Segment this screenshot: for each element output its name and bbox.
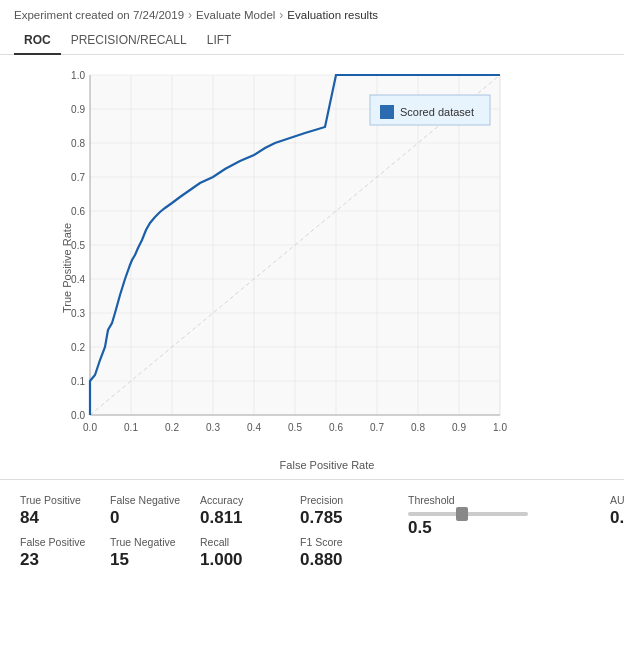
false-positive-value: 23 xyxy=(20,550,39,570)
svg-text:0.7: 0.7 xyxy=(71,172,85,183)
svg-text:0.1: 0.1 xyxy=(124,422,138,433)
metric-true-negative: True Negative 15 xyxy=(110,534,200,576)
recall-value: 1.000 xyxy=(200,550,243,570)
tab-roc[interactable]: ROC xyxy=(14,28,61,55)
svg-text:1.0: 1.0 xyxy=(493,422,507,433)
auc-value: 0.714 xyxy=(610,508,624,528)
threshold-value: 0.5 xyxy=(408,518,432,538)
svg-text:0.4: 0.4 xyxy=(71,274,85,285)
svg-text:0.0: 0.0 xyxy=(83,422,97,433)
svg-text:0.9: 0.9 xyxy=(452,422,466,433)
metric-recall: Recall 1.000 xyxy=(200,534,300,576)
metric-false-negative: False Negative 0 xyxy=(110,492,200,534)
recall-label: Recall xyxy=(200,536,229,548)
threshold-slider[interactable] xyxy=(408,512,528,516)
breadcrumb-sep1: › xyxy=(188,8,192,22)
breadcrumb-evaluate: Evaluate Model xyxy=(196,9,275,21)
false-negative-label: False Negative xyxy=(110,494,180,506)
tab-precision-recall[interactable]: PRECISION/RECALL xyxy=(61,28,197,55)
metrics-section: True Positive 84 False Negative 0 Accura… xyxy=(0,479,624,584)
svg-rect-46 xyxy=(380,105,394,119)
svg-text:0.6: 0.6 xyxy=(329,422,343,433)
threshold-handle[interactable] xyxy=(456,507,468,521)
precision-value: 0.785 xyxy=(300,508,343,528)
svg-text:0.4: 0.4 xyxy=(247,422,261,433)
x-axis-label: False Positive Rate xyxy=(50,459,604,471)
metric-accuracy: Accuracy 0.811 xyxy=(200,492,300,534)
accuracy-label: Accuracy xyxy=(200,494,243,506)
tabs-bar: ROC PRECISION/RECALL LIFT xyxy=(0,26,624,55)
metric-precision: Precision 0.785 xyxy=(300,492,400,534)
metric-auc: AUC 0.714 xyxy=(600,492,624,576)
metric-false-positive: False Positive 23 xyxy=(20,534,110,576)
true-negative-value: 15 xyxy=(110,550,129,570)
false-negative-value: 0 xyxy=(110,508,119,528)
f1-value: 0.880 xyxy=(300,550,343,570)
threshold-slider-row[interactable] xyxy=(408,512,568,516)
metric-true-positive: True Positive 84 xyxy=(20,492,110,534)
svg-text:Scored dataset: Scored dataset xyxy=(400,106,474,118)
f1-label: F1 Score xyxy=(300,536,343,548)
y-axis-label: True Positive Rate xyxy=(61,223,73,313)
breadcrumb-experiment: Experiment created on 7/24/2019 xyxy=(14,9,184,21)
svg-text:0.8: 0.8 xyxy=(71,138,85,149)
svg-text:0.1: 0.1 xyxy=(71,376,85,387)
svg-text:0.7: 0.7 xyxy=(370,422,384,433)
breadcrumb: Experiment created on 7/24/2019 › Evalua… xyxy=(0,0,624,26)
precision-label: Precision xyxy=(300,494,343,506)
roc-chart-svg: 1.0 0.9 0.8 0.7 0.6 0.5 0.4 0.3 0.2 0.1 … xyxy=(50,65,540,455)
svg-text:0.5: 0.5 xyxy=(288,422,302,433)
svg-text:0.2: 0.2 xyxy=(165,422,179,433)
svg-text:0.6: 0.6 xyxy=(71,206,85,217)
svg-text:0.5: 0.5 xyxy=(71,240,85,251)
svg-text:0.9: 0.9 xyxy=(71,104,85,115)
metric-f1: F1 Score 0.880 xyxy=(300,534,400,576)
accuracy-value: 0.811 xyxy=(200,508,243,528)
svg-text:0.8: 0.8 xyxy=(411,422,425,433)
true-negative-label: True Negative xyxy=(110,536,176,548)
chart-area: True Positive Rate xyxy=(0,55,624,471)
breadcrumb-sep2: › xyxy=(279,8,283,22)
svg-text:0.2: 0.2 xyxy=(71,342,85,353)
true-positive-value: 84 xyxy=(20,508,39,528)
svg-text:0.3: 0.3 xyxy=(206,422,220,433)
svg-text:0.0: 0.0 xyxy=(71,410,85,421)
false-positive-label: False Positive xyxy=(20,536,85,548)
svg-text:0.3: 0.3 xyxy=(71,308,85,319)
threshold-label: Threshold xyxy=(408,494,455,506)
svg-text:1.0: 1.0 xyxy=(71,70,85,81)
true-positive-label: True Positive xyxy=(20,494,81,506)
chart-wrapper: True Positive Rate xyxy=(50,65,604,471)
tab-lift[interactable]: LIFT xyxy=(197,28,242,55)
auc-label: AUC xyxy=(610,494,624,506)
breadcrumb-results: Evaluation results xyxy=(287,9,378,21)
metric-threshold: Threshold 0.5 xyxy=(400,492,600,576)
